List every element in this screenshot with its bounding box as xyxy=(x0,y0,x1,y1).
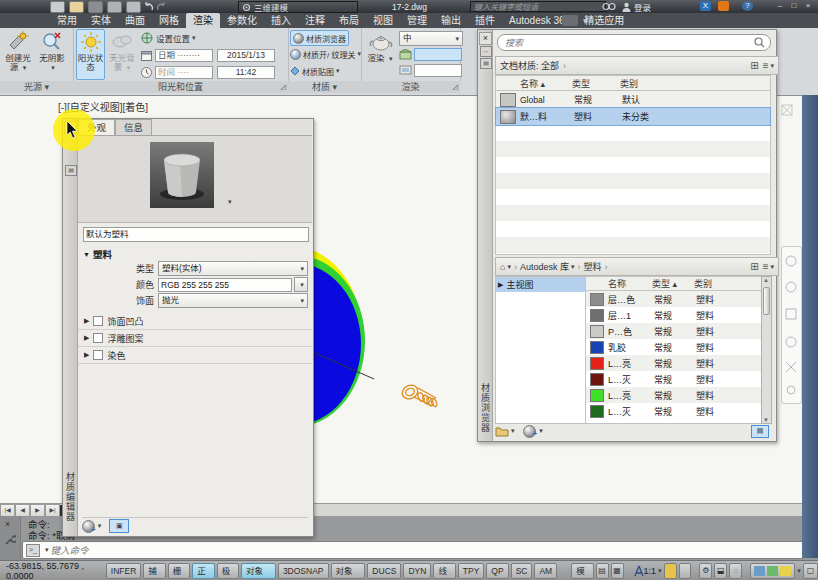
library-category[interactable]: 塑料 xyxy=(584,260,602,273)
exchange-apps-icon[interactable]: X xyxy=(700,1,711,11)
command-input[interactable] xyxy=(49,544,653,557)
tint-checkbox[interactable] xyxy=(93,350,103,360)
time-value[interactable]: 11:42 xyxy=(217,66,275,79)
material-mapping-button[interactable]: 材质贴图 ▾ xyxy=(290,64,340,78)
tab-shiti[interactable]: 实体 xyxy=(84,13,118,28)
material-toggle-button[interactable]: 材质开/ 纹理关 ▾ xyxy=(290,47,361,61)
toggle-snap[interactable]: 捕捉 xyxy=(143,563,165,579)
layout-icon[interactable]: ▤ xyxy=(596,563,609,579)
preview-options-dropdown-icon[interactable]: ▾ xyxy=(228,198,232,206)
undo-icon[interactable] xyxy=(143,2,155,12)
workspace-dropdown-icon[interactable]: ▾ xyxy=(350,3,354,11)
create-material-dropdown-icon[interactable]: ▾ xyxy=(539,427,543,435)
home-icon[interactable]: ⌂ xyxy=(500,262,505,272)
library-material-row[interactable]: L…亮 常规 塑料 xyxy=(586,355,762,371)
material-browser-autohide-icon[interactable]: ↔ xyxy=(480,46,492,57)
tab-shuchu[interactable]: 输出 xyxy=(434,13,468,28)
panel-sun-label[interactable]: 阳光和位置◿ xyxy=(73,81,288,93)
tab-info[interactable]: 信息 xyxy=(115,119,152,135)
new-file-icon[interactable] xyxy=(50,1,65,13)
manage-library-dropdown-icon[interactable]: ▾ xyxy=(511,427,515,435)
tab-shitu[interactable]: 视图 xyxy=(366,13,400,28)
doc-col-type[interactable]: 类型 xyxy=(572,77,620,90)
render-quality-select[interactable]: 中 ▾ xyxy=(399,31,463,46)
toggle-3dosnap[interactable]: 3DOSNAP xyxy=(278,563,329,579)
tab-xuanran-active[interactable]: 渲染 xyxy=(186,13,220,28)
status-overflow-icon[interactable]: ▾ xyxy=(797,567,801,575)
material-row-global[interactable]: Global 常规 默认 xyxy=(496,91,770,108)
save-icon[interactable] xyxy=(88,1,103,13)
material-browser-properties-icon[interactable]: ▤ xyxy=(480,58,492,69)
home-dropdown-icon[interactable]: ▾ xyxy=(507,263,511,271)
material-row-default-plastic[interactable]: 默…料 塑料 未分类 xyxy=(496,108,770,125)
toggle-lineweight[interactable]: 线宽 xyxy=(433,563,455,579)
library-material-row[interactable]: L…亮 常规 塑料 xyxy=(586,387,762,403)
sky-background-button[interactable]: 天光背景 ▾ xyxy=(107,30,137,73)
view-options-dropdown-icon[interactable]: ▾ xyxy=(770,62,774,70)
render-output-field[interactable] xyxy=(414,64,462,77)
binoculars-search-icon[interactable] xyxy=(602,2,616,11)
scrollbar-thumb[interactable] xyxy=(763,287,770,315)
set-location-button[interactable]: 设置位置 ▾ xyxy=(141,31,196,45)
expand-icon[interactable]: ▶ xyxy=(84,317,89,325)
plot-icon[interactable] xyxy=(126,1,141,13)
material-browser-close-icon[interactable]: × xyxy=(479,32,492,45)
workspace-gear-icon[interactable]: ⚙ xyxy=(699,563,712,579)
material-preview-thumbnail[interactable] xyxy=(150,142,214,208)
render-environment-field[interactable] xyxy=(414,48,462,61)
doc-col-category[interactable]: 类别 xyxy=(620,77,638,90)
tree-expand-icon[interactable]: ▶ xyxy=(498,281,503,289)
material-editor-title-bar[interactable]: × ▤ 材质编辑器 xyxy=(63,119,78,536)
media-browser-icon[interactable] xyxy=(562,15,578,26)
minimize-button[interactable]: – xyxy=(774,1,786,11)
date-slider[interactable]: 日期 ········ xyxy=(155,49,213,62)
toggle-ducs[interactable]: DUCS xyxy=(367,563,401,579)
swatch-view-icon[interactable]: ⊞ xyxy=(750,60,758,71)
material-editor-autohide-icon[interactable]: ▤ xyxy=(65,165,77,176)
section-tint[interactable]: ▶ 染色 xyxy=(78,347,312,364)
help-icon[interactable]: ? xyxy=(742,1,753,11)
command-input-row[interactable]: >_ ▾ xyxy=(22,541,804,559)
redo-icon[interactable] xyxy=(155,2,167,12)
library-material-row[interactable]: 层…1 常规 塑料 xyxy=(586,307,762,323)
library-name[interactable]: Autodesk 库 xyxy=(520,260,569,273)
close-button[interactable]: × xyxy=(802,1,814,11)
panel-render-label[interactable]: 渲染◿ xyxy=(361,81,460,93)
restore-button[interactable]: □ xyxy=(788,1,800,11)
material-search-input[interactable] xyxy=(503,37,754,49)
doc-table-header[interactable]: 名称 ▴ 类型 类别 xyxy=(496,76,770,91)
section-relief-pattern[interactable]: ▶ 浮雕图案 xyxy=(78,330,312,347)
workspace-switcher[interactable]: 三维建模 ▾ xyxy=(238,1,358,13)
manage-library-folder-icon[interactable] xyxy=(495,425,509,437)
tab-charu[interactable]: 插入 xyxy=(264,13,298,28)
save-as-icon[interactable] xyxy=(107,1,122,13)
type-select[interactable]: 塑料(实体)▾ xyxy=(158,261,308,276)
tab-overflow-icon[interactable]: ▾ xyxy=(583,17,587,25)
annotation-scale-button[interactable]: 1:1 ▾ xyxy=(634,565,662,577)
toggle-osnap[interactable]: 对象捕捉 xyxy=(241,563,276,579)
tree-item-home-view[interactable]: ▶ 主视图 xyxy=(496,277,586,292)
navigation-bar[interactable] xyxy=(781,246,802,404)
tab-wangge[interactable]: 网格 xyxy=(152,13,186,28)
render-output-row[interactable] xyxy=(399,64,462,77)
relief-pattern-checkbox[interactable] xyxy=(93,333,103,343)
lock-ui-icon[interactable]: ⬓ xyxy=(714,563,727,579)
library-material-row[interactable]: 层…色 常规 塑料 xyxy=(586,291,762,307)
tab-guanli[interactable]: 管理 xyxy=(400,13,434,28)
communication-center-icon[interactable] xyxy=(718,1,729,11)
list-view-icon[interactable]: ≡ xyxy=(763,60,769,71)
tab-chajian[interactable]: 插件 xyxy=(468,13,502,28)
toggle-infer[interactable]: INFER xyxy=(106,563,142,579)
no-shadow-button[interactable]: 无阴影 ▾ xyxy=(37,30,67,73)
material-search-box[interactable] xyxy=(497,34,771,51)
toggle-transparency[interactable]: TPY xyxy=(458,563,485,579)
section-collapse-icon[interactable]: ▼ xyxy=(83,251,90,258)
isolate-objects-icon[interactable] xyxy=(754,566,765,576)
section-finish-bumps[interactable]: ▶ 饰面凹凸 xyxy=(78,313,312,330)
swatch-view-icon[interactable]: ⊞ xyxy=(750,261,758,272)
list-view-icon[interactable]: ≡ xyxy=(763,261,769,272)
view-options-dropdown-icon[interactable]: ▾ xyxy=(770,263,774,271)
clean-screen-button[interactable]: ▢ xyxy=(803,563,818,579)
annotation-visibility-icon[interactable] xyxy=(664,563,677,579)
library-material-row[interactable]: P…色 常规 塑料 xyxy=(586,323,762,339)
